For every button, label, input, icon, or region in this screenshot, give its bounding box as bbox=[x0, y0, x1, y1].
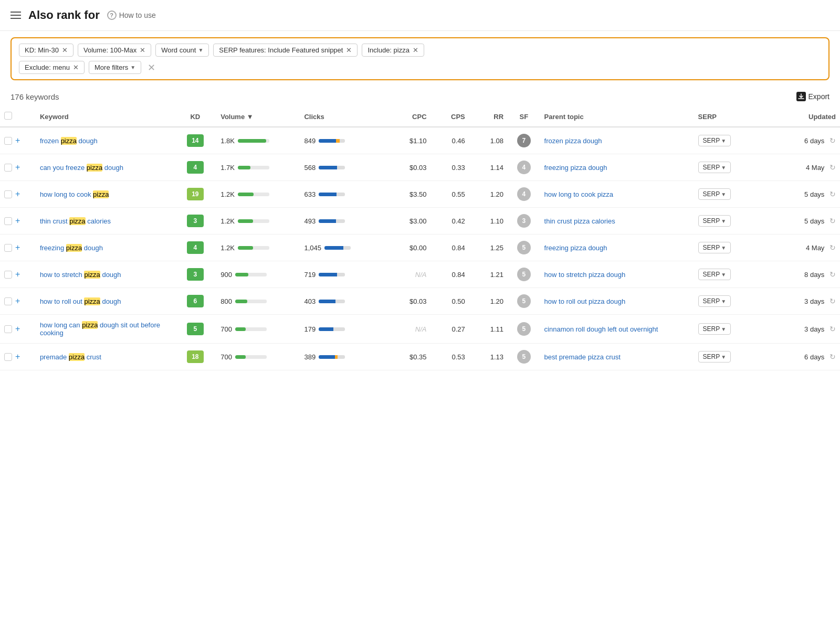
keyword-link[interactable]: how to roll out pizza dough bbox=[40, 297, 121, 305]
parent-topic-link[interactable]: frozen pizza dough bbox=[544, 137, 602, 145]
clicks-cell: 633 bbox=[304, 190, 380, 198]
col-header-cps: CPS bbox=[431, 106, 469, 127]
volume-bar-wrap bbox=[235, 327, 267, 331]
col-header-updated: Updated bbox=[779, 106, 840, 127]
clicks-value: 179 bbox=[304, 325, 316, 333]
refresh-icon[interactable]: ↻ bbox=[830, 297, 836, 305]
volume-bar-wrap bbox=[235, 300, 267, 303]
serp-dropdown[interactable]: SERP ▼ bbox=[698, 295, 731, 307]
row-checkbox[interactable] bbox=[4, 353, 12, 361]
remove-filter-kd[interactable]: ✕ bbox=[62, 47, 68, 54]
volume-bar bbox=[235, 327, 246, 331]
keyword-link[interactable]: how long to cook pizza bbox=[40, 190, 109, 198]
clicks-bar bbox=[319, 139, 345, 143]
serp-dropdown-arrow: ▼ bbox=[721, 354, 726, 360]
row-checkbox[interactable] bbox=[4, 271, 12, 279]
serp-dropdown[interactable]: SERP ▼ bbox=[698, 215, 731, 227]
keyword-link[interactable]: can you freeze pizza dough bbox=[40, 164, 123, 172]
cps-value: 0.53 bbox=[452, 353, 465, 361]
parent-topic-link[interactable]: best premade pizza crust bbox=[544, 353, 621, 361]
select-all-checkbox[interactable] bbox=[4, 112, 12, 120]
refresh-icon[interactable]: ↻ bbox=[830, 217, 836, 225]
row-add-button[interactable]: + bbox=[15, 270, 20, 279]
refresh-icon[interactable]: ↻ bbox=[830, 243, 836, 252]
parent-topic-link[interactable]: cinnamon roll dough left out overnight bbox=[544, 325, 658, 333]
serp-dropdown[interactable]: SERP ▼ bbox=[698, 135, 731, 146]
export-button[interactable]: Export bbox=[796, 92, 830, 101]
serp-dropdown[interactable]: SERP ▼ bbox=[698, 323, 731, 335]
parent-topic-link[interactable]: thin crust pizza calories bbox=[544, 217, 615, 225]
row-checkbox[interactable] bbox=[4, 164, 12, 172]
volume-value: 800 bbox=[220, 297, 232, 305]
refresh-icon[interactable]: ↻ bbox=[830, 353, 836, 361]
parent-topic-link[interactable]: freezing pizza dough bbox=[544, 164, 607, 172]
kd-badge: 3 bbox=[187, 215, 204, 227]
serp-dropdown[interactable]: SERP ▼ bbox=[698, 242, 731, 253]
row-add-button[interactable]: + bbox=[15, 190, 20, 198]
keyword-link[interactable]: frozen pizza dough bbox=[40, 137, 98, 145]
parent-topic-link[interactable]: how long to cook pizza bbox=[544, 190, 614, 198]
parent-topic-link[interactable]: how to roll out pizza dough bbox=[544, 297, 626, 305]
row-actions: + bbox=[4, 190, 32, 198]
remove-filter-include[interactable]: ✕ bbox=[413, 47, 418, 54]
row-actions: + bbox=[4, 297, 32, 305]
updated-value: 5 days bbox=[804, 217, 824, 225]
how-to-use-button[interactable]: ? How to use bbox=[107, 10, 156, 20]
hamburger-icon[interactable] bbox=[10, 12, 21, 19]
clicks-value: 403 bbox=[304, 297, 316, 305]
volume-bar bbox=[238, 139, 266, 143]
refresh-icon[interactable]: ↻ bbox=[830, 325, 836, 333]
row-checkbox[interactable] bbox=[4, 190, 12, 198]
clicks-bar bbox=[319, 355, 345, 359]
keyword-link[interactable]: thin crust pizza calories bbox=[40, 217, 111, 225]
parent-topic-link[interactable]: how to stretch pizza dough bbox=[544, 271, 626, 279]
row-add-button[interactable]: + bbox=[15, 353, 20, 361]
rr-value: 1.14 bbox=[490, 164, 503, 172]
volume-cell: 1.2K bbox=[220, 244, 296, 252]
cps-value: 0.27 bbox=[452, 325, 465, 333]
clear-all-filters-button[interactable]: ✕ bbox=[145, 62, 158, 73]
keyword-link[interactable]: how to stretch pizza dough bbox=[40, 271, 121, 279]
row-checkbox[interactable] bbox=[4, 217, 12, 225]
keyword-link[interactable]: premade pizza crust bbox=[40, 353, 101, 361]
row-add-button[interactable]: + bbox=[15, 136, 20, 145]
row-actions: + bbox=[4, 353, 32, 361]
serp-dropdown[interactable]: SERP ▼ bbox=[698, 269, 731, 280]
filter-chip-wordcount[interactable]: Word count ▼ bbox=[155, 44, 209, 57]
row-add-button[interactable]: + bbox=[15, 243, 20, 252]
volume-bar bbox=[238, 166, 250, 169]
parent-topic-link[interactable]: freezing pizza dough bbox=[544, 244, 607, 252]
clicks-bar-blue bbox=[319, 219, 336, 223]
row-checkbox[interactable] bbox=[4, 297, 12, 305]
remove-filter-volume[interactable]: ✕ bbox=[140, 47, 145, 54]
cpc-value: N/A bbox=[415, 325, 427, 333]
sf-badge: 4 bbox=[517, 161, 531, 174]
updated-value: 5 days bbox=[804, 190, 824, 198]
remove-filter-serp[interactable]: ✕ bbox=[346, 47, 352, 54]
row-add-button[interactable]: + bbox=[15, 297, 20, 305]
serp-dropdown[interactable]: SERP ▼ bbox=[698, 351, 731, 363]
refresh-icon[interactable]: ↻ bbox=[830, 270, 836, 279]
clicks-cell: 179 bbox=[304, 325, 380, 333]
refresh-icon[interactable]: ↻ bbox=[830, 163, 836, 172]
serp-dropdown[interactable]: SERP ▼ bbox=[698, 188, 731, 200]
keyword-link[interactable]: how long can pizza dough sit out before … bbox=[40, 321, 160, 337]
serp-dropdown[interactable]: SERP ▼ bbox=[698, 162, 731, 173]
row-checkbox[interactable] bbox=[4, 137, 12, 145]
col-header-volume[interactable]: Volume ▼ bbox=[216, 106, 300, 127]
refresh-icon[interactable]: ↻ bbox=[830, 190, 836, 198]
row-add-button[interactable]: + bbox=[15, 325, 20, 333]
refresh-icon[interactable]: ↻ bbox=[830, 136, 836, 145]
keyword-link[interactable]: freezing pizza dough bbox=[40, 244, 103, 252]
row-checkbox[interactable] bbox=[4, 325, 12, 333]
row-add-button[interactable]: + bbox=[15, 163, 20, 172]
clicks-bar bbox=[319, 219, 345, 223]
row-add-button[interactable]: + bbox=[15, 217, 20, 225]
remove-filter-exclude[interactable]: ✕ bbox=[73, 64, 79, 71]
clicks-cell: 719 bbox=[304, 271, 380, 279]
clicks-value: 493 bbox=[304, 217, 316, 225]
filter-chip-more[interactable]: More filters ▼ bbox=[89, 61, 141, 74]
table-row: + freezing pizza dough4 1.2K 1,045 $0.00… bbox=[0, 235, 840, 261]
row-checkbox[interactable] bbox=[4, 244, 12, 252]
cpc-value: $0.00 bbox=[410, 244, 427, 252]
